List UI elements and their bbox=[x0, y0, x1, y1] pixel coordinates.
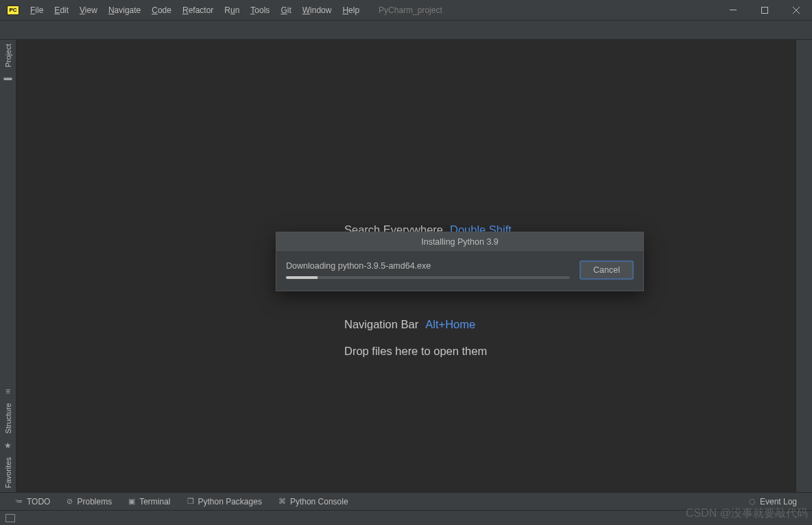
panel-terminal-label: Terminal bbox=[139, 497, 170, 506]
progress-bar bbox=[286, 276, 570, 279]
menu-file[interactable]: File bbox=[25, 5, 49, 15]
dialog-message: Downloading python-3.9.5-amd64.exe bbox=[286, 261, 570, 271]
panel-packages[interactable]: ❒Python Packages bbox=[179, 497, 270, 506]
menu-edit[interactable]: Edit bbox=[49, 5, 74, 15]
progress-fill bbox=[286, 276, 318, 279]
pycharm-app-icon: PC bbox=[7, 5, 19, 15]
project-name: PyCharm_project bbox=[379, 5, 442, 15]
structure-icon: ≡ bbox=[5, 387, 10, 396]
panel-terminal[interactable]: ▣Terminal bbox=[120, 497, 178, 506]
minimize-button[interactable] bbox=[717, 0, 749, 21]
sidebar-tab-favorites[interactable]: Favorites bbox=[4, 457, 12, 488]
hint-drop: Drop files here to open them bbox=[344, 345, 487, 358]
panel-eventlog-label: Event Log bbox=[760, 497, 797, 506]
python-icon: ⌘ bbox=[278, 497, 286, 506]
panel-console-label: Python Console bbox=[290, 497, 348, 506]
panel-todo[interactable]: ≔TODO bbox=[7, 497, 58, 506]
bottom-toolbar: ≔TODO ⊘Problems ▣Terminal ❒Python Packag… bbox=[0, 492, 812, 510]
panel-problems[interactable]: ⊘Problems bbox=[58, 497, 120, 506]
hint-nav-label: Navigation Bar bbox=[344, 318, 418, 331]
hint-nav-shortcut: Alt+Home bbox=[425, 318, 475, 331]
left-sidebar: Project ▬ ≡ Structure ★ Favorites bbox=[0, 40, 16, 492]
menu-navigate[interactable]: Navigate bbox=[103, 5, 146, 15]
window-controls bbox=[717, 0, 812, 21]
close-button[interactable] bbox=[780, 0, 812, 21]
folder-icon: ▬ bbox=[4, 73, 12, 82]
panel-packages-label: Python Packages bbox=[198, 497, 262, 506]
maximize-button[interactable] bbox=[749, 0, 780, 21]
hint-navigation: Navigation Bar Alt+Home bbox=[344, 318, 475, 331]
install-dialog: Installing Python 3.9 Downloading python… bbox=[276, 232, 644, 291]
list-icon: ≔ bbox=[15, 497, 23, 506]
sidebar-tab-structure[interactable]: Structure bbox=[4, 403, 12, 434]
sidebar-tab-project[interactable]: Project bbox=[4, 44, 12, 67]
svg-rect-1 bbox=[762, 7, 768, 13]
menu-window[interactable]: Window bbox=[297, 5, 337, 15]
titlebar: PC File Edit View Navigate Code Refactor… bbox=[0, 0, 812, 21]
svg-rect-0 bbox=[730, 10, 737, 10]
toolbar bbox=[0, 21, 812, 40]
menu-code[interactable]: Code bbox=[146, 5, 177, 15]
eventlog-icon: ◌ bbox=[749, 497, 756, 506]
menu-git[interactable]: Git bbox=[275, 5, 296, 15]
statusbar bbox=[0, 510, 812, 525]
statusbar-icon[interactable] bbox=[5, 514, 15, 522]
dialog-title: Installing Python 3.9 bbox=[276, 232, 643, 252]
star-icon: ★ bbox=[4, 441, 12, 450]
menu-run[interactable]: Run bbox=[219, 5, 245, 15]
menu-refactor[interactable]: Refactor bbox=[177, 5, 219, 15]
panel-eventlog[interactable]: ◌Event Log bbox=[741, 497, 805, 506]
packages-icon: ❒ bbox=[187, 497, 194, 506]
dialog-body: Downloading python-3.9.5-amd64.exe Cance… bbox=[276, 252, 643, 291]
panel-console[interactable]: ⌘Python Console bbox=[270, 497, 357, 506]
menu-tools[interactable]: Tools bbox=[245, 5, 275, 15]
cancel-button[interactable]: Cancel bbox=[580, 260, 634, 280]
menu-help[interactable]: Help bbox=[337, 5, 365, 15]
panel-todo-label: TODO bbox=[27, 497, 50, 506]
terminal-icon: ▣ bbox=[128, 497, 135, 506]
menu-view[interactable]: View bbox=[74, 5, 103, 15]
right-sidebar bbox=[796, 40, 812, 492]
warning-icon: ⊘ bbox=[67, 497, 73, 506]
panel-problems-label: Problems bbox=[77, 497, 112, 506]
